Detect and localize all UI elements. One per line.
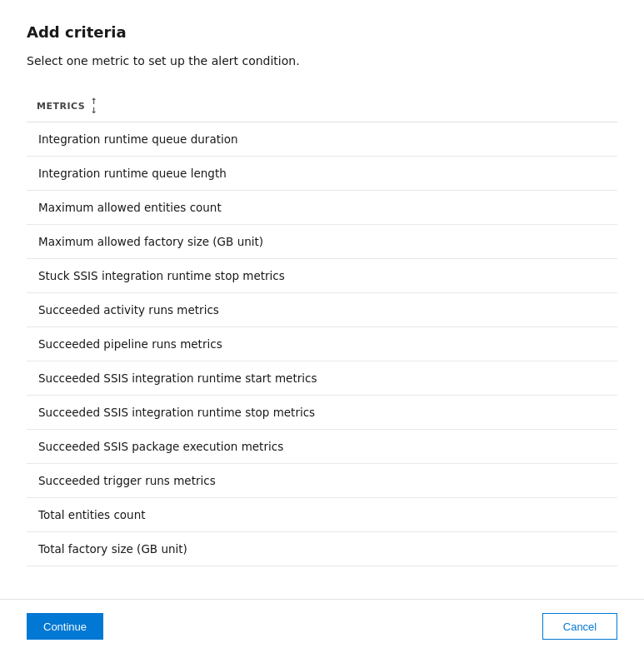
metrics-header: METRICS ↑↓ xyxy=(27,91,617,122)
dialog-footer: Continue Cancel xyxy=(0,599,644,653)
sort-icon[interactable]: ↑↓ xyxy=(90,97,97,115)
metric-list-item[interactable]: Succeeded activity runs metrics xyxy=(27,293,617,327)
metric-list-item[interactable]: Succeeded pipeline runs metrics xyxy=(27,327,617,361)
metrics-list[interactable]: Integration runtime queue durationIntegr… xyxy=(27,122,617,586)
dialog-content: Add criteria Select one metric to set up… xyxy=(0,0,644,599)
metric-list-item[interactable]: Succeeded trigger runs metrics xyxy=(27,464,617,498)
metric-list-item[interactable]: Integration runtime queue duration xyxy=(27,122,617,157)
dialog-subtitle: Select one metric to set up the alert co… xyxy=(27,54,617,67)
metric-list-item[interactable]: Stuck SSIS integration runtime stop metr… xyxy=(27,259,617,293)
metrics-section: METRICS ↑↓ Integration runtime queue dur… xyxy=(27,91,617,586)
metric-list-item[interactable]: Total entities count xyxy=(27,498,617,532)
metric-list-item[interactable]: Maximum allowed factory size (GB unit) xyxy=(27,225,617,259)
add-criteria-dialog: Add criteria Select one metric to set up… xyxy=(0,0,644,653)
metric-list-item[interactable]: Maximum allowed entities count xyxy=(27,191,617,225)
metric-list-item[interactable]: Succeeded SSIS integration runtime stop … xyxy=(27,396,617,430)
metric-list-item[interactable]: Succeeded SSIS package execution metrics xyxy=(27,430,617,464)
metric-list-item[interactable]: Total factory size (GB unit) xyxy=(27,532,617,566)
continue-button[interactable]: Continue xyxy=(27,613,103,640)
metric-list-item[interactable]: Succeeded SSIS integration runtime start… xyxy=(27,361,617,396)
cancel-button[interactable]: Cancel xyxy=(542,613,617,640)
dialog-title: Add criteria xyxy=(27,23,617,41)
metrics-header-label: METRICS xyxy=(37,101,85,112)
metric-list-item[interactable]: Integration runtime queue length xyxy=(27,157,617,191)
